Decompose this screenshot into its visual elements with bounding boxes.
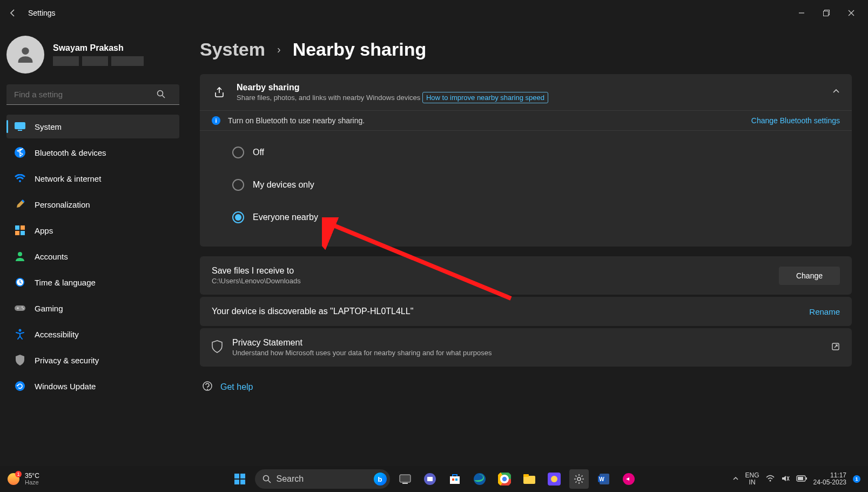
start-button[interactable] <box>230 469 250 489</box>
svg-point-15 <box>18 252 22 256</box>
radio-my-devices[interactable]: My devices only <box>232 169 840 201</box>
taskbar-search-placeholder: Search <box>277 474 304 484</box>
radio-icon <box>232 179 244 191</box>
volume-tray-icon[interactable] <box>781 475 790 484</box>
breadcrumb: System › Nearby sharing <box>200 39 852 60</box>
sidebar-item-apps[interactable]: Apps <box>6 218 179 242</box>
sidebar-item-label: Bluetooth & devices <box>35 148 106 157</box>
svg-point-25 <box>207 389 208 390</box>
wifi-tray-icon[interactable] <box>766 475 775 484</box>
svg-point-4 <box>158 91 163 96</box>
rename-link[interactable]: Rename <box>809 307 840 316</box>
sidebar-item-update[interactable]: Windows Update <box>6 374 179 398</box>
app-icon-1[interactable] <box>544 469 564 489</box>
main-content: System › Nearby sharing Nearby sharing S… <box>184 26 868 466</box>
app-icon-2[interactable] <box>619 469 638 489</box>
svg-point-56 <box>769 480 771 481</box>
clock-tray[interactable]: 11:17 24-05-2023 <box>813 472 846 486</box>
edge-icon[interactable] <box>470 469 489 489</box>
taskbar-center: Search b W <box>230 469 638 489</box>
sidebar-item-time[interactable]: Time & language <box>6 270 179 294</box>
breadcrumb-parent[interactable]: System <box>200 39 265 60</box>
improve-speed-link[interactable]: How to improve nearby sharing speed <box>422 92 548 103</box>
chrome-icon[interactable] <box>495 469 514 489</box>
title-bar: Settings <box>0 0 868 26</box>
nearby-sharing-header[interactable]: Nearby sharing Share files, photos, and … <box>200 74 852 110</box>
language-indicator[interactable]: ENG IN <box>745 472 759 486</box>
svg-rect-13 <box>15 231 19 235</box>
minimize-button[interactable] <box>789 4 814 22</box>
taskbar-tray: ENG IN 11:17 24-05-2023 1 <box>732 472 860 486</box>
word-icon[interactable]: W <box>594 469 614 489</box>
sidebar-item-label: Personalization <box>35 200 90 209</box>
taskbar-search[interactable]: Search b <box>255 469 390 489</box>
change-bluetooth-link[interactable]: Change Bluetooth settings <box>751 116 840 125</box>
share-icon <box>212 85 227 100</box>
svg-text:W: W <box>599 476 604 482</box>
apps-icon <box>14 224 26 236</box>
explorer-icon[interactable] <box>520 469 539 489</box>
svg-point-21 <box>19 329 22 332</box>
svg-rect-18 <box>15 305 25 311</box>
save-title: Save files I receive to <box>212 266 301 276</box>
privacy-title: Privacy Statement <box>232 338 492 348</box>
svg-rect-2 <box>824 11 829 16</box>
sidebar-item-bluetooth[interactable]: Bluetooth & devices <box>6 141 179 164</box>
svg-rect-27 <box>234 474 239 478</box>
page-title: Nearby sharing <box>293 39 427 60</box>
user-name: Swayam Prakash <box>53 43 144 53</box>
sidebar-item-privacy[interactable]: Privacy & security <box>6 348 179 372</box>
card-title: Nearby sharing <box>237 83 548 92</box>
window-title: Settings <box>28 9 56 17</box>
sidebar-item-network[interactable]: Network & internet <box>6 167 179 190</box>
sidebar: Swayam Prakash System Bluetooth & device… <box>0 26 184 466</box>
sidebar-item-personalization[interactable]: Personalization <box>6 192 179 216</box>
svg-line-32 <box>268 481 271 483</box>
radio-off[interactable]: Off <box>232 136 840 169</box>
settings-taskbar-icon[interactable] <box>569 469 589 489</box>
svg-rect-33 <box>400 475 411 482</box>
taskview-icon[interactable] <box>395 469 415 489</box>
user-email-redacted <box>53 56 144 66</box>
monitor-icon <box>14 121 26 132</box>
bluetooth-icon <box>14 147 26 158</box>
svg-line-5 <box>163 96 165 98</box>
sidebar-item-gaming[interactable]: Gaming <box>6 296 179 320</box>
sidebar-item-label: Time & language <box>35 278 96 287</box>
shield-icon <box>14 354 26 366</box>
user-block[interactable]: Swayam Prakash <box>6 32 179 81</box>
sidebar-item-system[interactable]: System <box>6 115 179 138</box>
svg-rect-36 <box>427 477 433 481</box>
bluetooth-info-row: i Turn on Bluetooth to use nearby sharin… <box>200 110 852 130</box>
avatar <box>6 36 44 74</box>
svg-rect-12 <box>21 225 25 230</box>
search-box[interactable] <box>6 84 179 105</box>
svg-point-31 <box>263 476 268 481</box>
svg-rect-6 <box>15 122 25 129</box>
get-help-link[interactable]: Get help <box>200 381 852 394</box>
sharing-mode-radio-group: Off My devices only Everyone nearby <box>200 130 852 247</box>
weather-condition: Haze <box>25 479 39 486</box>
info-icon: i <box>212 116 220 125</box>
svg-rect-11 <box>15 225 19 230</box>
person-icon <box>14 250 26 262</box>
search-icon <box>157 90 165 101</box>
tray-chevron-icon[interactable] <box>732 475 739 483</box>
back-button[interactable] <box>4 4 22 22</box>
maximize-button[interactable] <box>814 4 839 22</box>
taskbar-weather[interactable]: 35°C Haze <box>8 473 39 486</box>
change-button[interactable]: Change <box>779 267 840 285</box>
svg-rect-61 <box>798 477 803 480</box>
privacy-statement-row[interactable]: Privacy Statement Understand how Microso… <box>200 328 852 367</box>
teams-icon[interactable] <box>420 469 440 489</box>
close-button[interactable] <box>839 4 864 22</box>
open-external-icon <box>831 342 840 353</box>
radio-everyone[interactable]: Everyone nearby <box>232 201 840 234</box>
notification-badge[interactable]: 1 <box>853 475 860 483</box>
sidebar-item-accessibility[interactable]: Accessibility <box>6 322 179 346</box>
svg-point-19 <box>22 307 23 308</box>
battery-tray-icon[interactable] <box>796 475 807 483</box>
sidebar-item-accounts[interactable]: Accounts <box>6 244 179 268</box>
search-input[interactable] <box>6 84 179 105</box>
store-icon[interactable] <box>445 469 465 489</box>
